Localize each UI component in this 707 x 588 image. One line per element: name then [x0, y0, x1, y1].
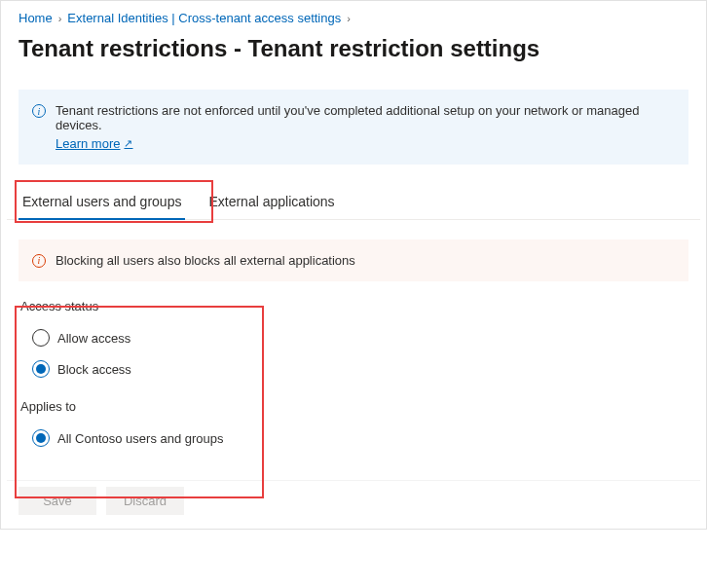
warning-banner: i Blocking all users also blocks all ext…: [19, 239, 688, 281]
radio-label: All Contoso users and groups: [57, 431, 224, 446]
chevron-right-icon: ›: [58, 13, 62, 24]
tab-content: i Blocking all users also blocks all ext…: [7, 239, 700, 451]
tab-external-applications[interactable]: External applications: [205, 186, 338, 219]
warning-text: Blocking all users also blocks all exter…: [56, 253, 355, 268]
radio-all-users-groups[interactable]: All Contoso users and groups: [32, 425, 688, 451]
footer-buttons: Save Discard: [7, 480, 700, 523]
radio-label: Allow access: [57, 331, 130, 346]
radio-icon: [32, 360, 50, 378]
page-title: Tenant restrictions - Tenant restriction…: [7, 33, 700, 90]
applies-to-label: Applies to: [20, 399, 688, 414]
external-link-icon: ↗: [124, 137, 132, 150]
breadcrumb-external-identities[interactable]: External Identities | Cross-tenant acces…: [67, 11, 341, 25]
warning-icon: i: [32, 254, 46, 268]
tab-external-users-groups[interactable]: External users and groups: [19, 186, 185, 219]
info-text: Tenant restrictions are not enforced unt…: [56, 103, 639, 132]
chevron-right-icon: ›: [347, 13, 351, 24]
learn-more-link[interactable]: Learn more ↗: [56, 136, 132, 151]
breadcrumb-home[interactable]: Home: [19, 11, 53, 25]
radio-allow-access[interactable]: Allow access: [32, 325, 688, 350]
breadcrumb: Home › External Identities | Cross-tenan…: [7, 7, 700, 33]
save-button[interactable]: Save: [19, 487, 96, 515]
radio-icon: [32, 429, 50, 447]
tab-bar: External users and groups External appli…: [7, 186, 700, 220]
radio-label: Block access: [57, 362, 131, 377]
info-banner: i Tenant restrictions are not enforced u…: [19, 90, 688, 165]
radio-icon: [32, 329, 50, 347]
discard-button[interactable]: Discard: [106, 487, 184, 515]
access-status-label: Access status: [20, 299, 688, 313]
radio-block-access[interactable]: Block access: [32, 356, 688, 382]
info-icon: i: [32, 104, 46, 118]
